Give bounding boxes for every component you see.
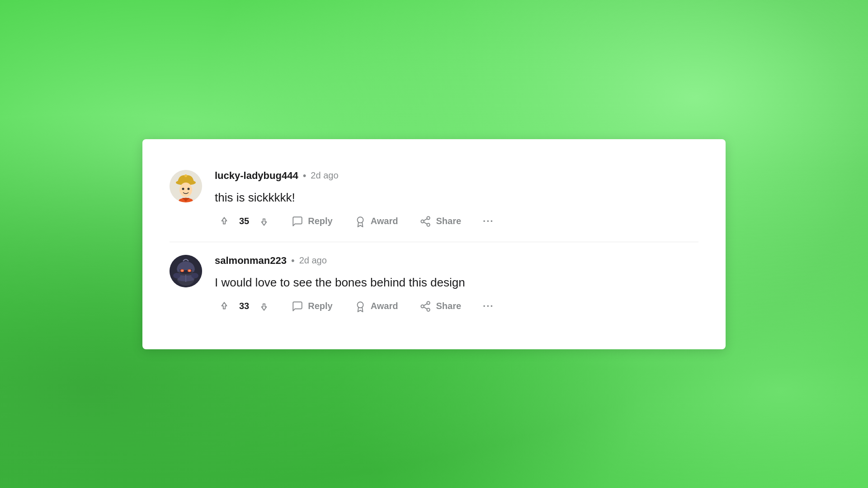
upvote-icon xyxy=(218,300,230,312)
comment-item: lucky-ladybug444 • 2d ago this is sickkk… xyxy=(170,157,698,242)
svg-line-25 xyxy=(424,307,427,309)
reply-button[interactable]: Reply xyxy=(288,299,336,314)
more-button[interactable]: ··· xyxy=(479,214,497,229)
award-icon xyxy=(354,300,366,312)
svg-point-16 xyxy=(181,270,183,271)
username: salmonman223 xyxy=(215,255,287,267)
share-label: Share xyxy=(436,216,461,226)
downvote-icon xyxy=(258,216,270,227)
svg-point-20 xyxy=(191,273,198,278)
svg-line-10 xyxy=(424,222,427,224)
upvote-button[interactable] xyxy=(215,214,234,229)
upvote-button[interactable] xyxy=(215,299,234,314)
action-bar: 35 Reply xyxy=(215,214,698,229)
comment-header: salmonman223 • 2d ago xyxy=(215,255,698,267)
svg-point-3 xyxy=(179,183,192,197)
avatar xyxy=(170,170,202,202)
comment-header: lucky-ladybug444 • 2d ago xyxy=(215,170,698,182)
share-button[interactable]: Share xyxy=(416,299,465,314)
reply-label: Reply xyxy=(308,216,332,226)
award-button[interactable]: Award xyxy=(351,299,402,314)
reply-icon xyxy=(292,216,303,227)
comment-item: salmonman223 • 2d ago I would love to se… xyxy=(170,242,698,327)
award-label: Award xyxy=(371,301,398,311)
avatar xyxy=(170,255,202,287)
share-button[interactable]: Share xyxy=(416,214,465,229)
award-label: Award xyxy=(371,216,398,226)
action-bar: 33 Reply xyxy=(215,299,698,314)
svg-line-26 xyxy=(424,304,427,305)
svg-point-17 xyxy=(189,270,190,271)
upvote-icon xyxy=(218,216,230,227)
svg-point-5 xyxy=(188,188,190,190)
vote-count: 33 xyxy=(239,301,249,311)
reply-icon xyxy=(292,300,303,312)
downvote-button[interactable] xyxy=(255,214,274,229)
share-label: Share xyxy=(436,301,461,311)
comment-body: salmonman223 • 2d ago I would love to se… xyxy=(215,255,698,314)
svg-line-11 xyxy=(424,219,427,221)
downvote-button[interactable] xyxy=(255,299,274,314)
separator: • xyxy=(303,170,307,182)
downvote-icon xyxy=(258,300,270,312)
username: lucky-ladybug444 xyxy=(215,170,298,182)
svg-point-2 xyxy=(184,174,187,177)
award-button[interactable]: Award xyxy=(351,214,402,229)
comment-text: I would love to see the bones behind thi… xyxy=(215,274,698,291)
reply-button[interactable]: Reply xyxy=(288,214,336,229)
award-icon xyxy=(354,216,366,227)
comment-text: this is sickkkkk! xyxy=(215,189,698,206)
svg-point-4 xyxy=(182,188,184,190)
comment-body: lucky-ladybug444 • 2d ago this is sickkk… xyxy=(215,170,698,229)
vote-group: 35 xyxy=(215,214,274,229)
more-button[interactable]: ··· xyxy=(479,299,497,314)
svg-point-19 xyxy=(173,273,180,278)
reply-label: Reply xyxy=(308,301,332,311)
share-icon xyxy=(420,216,431,227)
separator: • xyxy=(291,255,295,267)
share-icon xyxy=(420,300,431,312)
timestamp: 2d ago xyxy=(311,170,338,181)
comments-card: lucky-ladybug444 • 2d ago this is sickkk… xyxy=(142,139,726,349)
vote-group: 33 xyxy=(215,299,274,314)
vote-count: 35 xyxy=(239,216,249,226)
timestamp: 2d ago xyxy=(299,255,327,266)
